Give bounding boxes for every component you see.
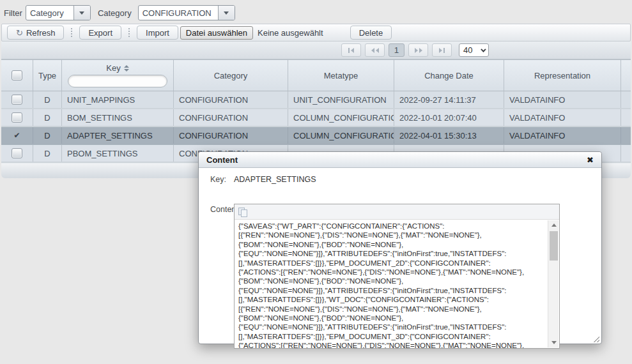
cell-change-date: 2022-10-01 20:07:40 <box>394 109 504 126</box>
refresh-icon: ↻ <box>16 29 23 37</box>
cell-type: D <box>33 109 62 126</box>
next-page-button[interactable] <box>408 43 428 57</box>
app-root: Filter Category Category CONFIGURATION ↻… <box>0 0 632 364</box>
row-select-cell <box>1 145 33 162</box>
vertical-scrollbar[interactable] <box>548 220 559 347</box>
page-size-value: 40 <box>463 45 472 55</box>
prev-page-button[interactable] <box>365 43 385 57</box>
table-row[interactable]: ✔ D ADAPTER_SETTINGS CONFIGURATION COLUM… <box>1 127 631 145</box>
key-label: Key: <box>210 175 226 184</box>
column-header-filler <box>621 60 631 91</box>
cell-metatype: COLUMN_CONFIGURATION <box>288 127 394 144</box>
column-header-type[interactable]: Type <box>33 60 62 91</box>
chevron-down-icon <box>481 47 486 52</box>
cell-key: BOM_SETTINGS <box>62 109 174 126</box>
content-textarea[interactable]: {"SAVEAS":{"WT_PART":{"CONFIGCONTAINER":… <box>235 220 559 348</box>
row-checked-icon: ✔ <box>13 131 20 140</box>
page-size-select[interactable]: 40 <box>459 43 489 57</box>
row-checkbox[interactable] <box>12 95 22 105</box>
filter-type-select[interactable]: Category <box>26 5 91 20</box>
refresh-button-label: Refresh <box>26 28 56 38</box>
filter-type-value: Category <box>26 6 73 20</box>
toolbar: ↻ Refresh Export Import Datei auswählen … <box>1 24 631 42</box>
resize-handle-icon[interactable] <box>592 335 599 342</box>
row-checkbox[interactable] <box>12 148 22 158</box>
chevron-down-icon[interactable] <box>73 6 90 20</box>
filter-bar: Filter Category Category CONFIGURATION <box>0 4 632 22</box>
category-filter-value: CONFIGURATION <box>139 6 218 20</box>
refresh-button[interactable]: ↻ Refresh <box>7 26 64 40</box>
close-icon[interactable]: ✖ <box>587 156 594 164</box>
cell-category: CONFIGURATION <box>174 91 288 108</box>
export-button[interactable]: Export <box>79 26 121 40</box>
cell-type: D <box>33 145 62 162</box>
dialog-body: Key: ADAPTER_SETTINGS Content: {"SAVEAS"… <box>199 168 601 344</box>
scroll-up-icon[interactable] <box>548 220 559 230</box>
category-label: Category <box>98 8 132 18</box>
file-status-text: Keine ausgewählt <box>258 28 323 38</box>
import-button[interactable]: Import <box>137 26 178 40</box>
cell-filler <box>621 91 631 108</box>
row-select-cell <box>1 91 33 108</box>
cell-filler <box>621 145 631 162</box>
table-row[interactable]: D BOM_SETTINGS CONFIGURATION COLUMN_CONF… <box>1 109 631 127</box>
cell-filler <box>621 109 631 126</box>
content-json-text: {"SAVEAS":{"WT_PART":{"CONFIGCONTAINER":… <box>235 220 559 348</box>
grid-header: Type Key Category Metatype Change Date R… <box>1 59 631 91</box>
cell-representation: VALDATAINFO <box>504 91 621 108</box>
cell-metatype: UNIT_CONFIGURATION <box>288 91 394 108</box>
scroll-down-icon[interactable] <box>548 338 559 347</box>
column-header-metatype[interactable]: Metatype <box>288 60 394 91</box>
column-header-change-date[interactable]: Change Date <box>394 60 504 91</box>
category-filter-select[interactable]: CONFIGURATION <box>138 5 235 20</box>
cell-type: D <box>33 91 62 108</box>
content-editor-panel: {"SAVEAS":{"WT_PART":{"CONFIGCONTAINER":… <box>234 204 560 349</box>
file-choose-button[interactable]: Datei auswählen <box>180 26 253 40</box>
cell-key: UNIT_MAPPINGS <box>62 91 174 108</box>
cell-key: ADAPTER_SETTINGS <box>62 127 174 144</box>
table-row[interactable]: D UNIT_MAPPINGS CONFIGURATION UNIT_CONFI… <box>1 91 631 109</box>
key-value: ADAPTER_SETTINGS <box>234 175 316 184</box>
select-all-checkbox[interactable] <box>12 70 22 80</box>
cell-change-date: 2022-04-01 15:30:13 <box>394 127 504 144</box>
filter-label: Filter <box>4 8 22 18</box>
cell-representation: VALDATAINFO <box>504 109 621 126</box>
editor-toolbar <box>235 204 559 220</box>
cell-filler <box>621 127 631 144</box>
chevron-down-icon[interactable] <box>218 6 235 20</box>
dialog-header[interactable]: Content ✖ <box>199 152 601 168</box>
sort-icon[interactable] <box>124 65 129 72</box>
dialog-title: Content <box>206 155 238 165</box>
column-header-representation[interactable]: Representation <box>504 60 621 91</box>
toolbar-separator <box>128 28 130 37</box>
toolbar-separator <box>71 28 72 37</box>
column-header-category[interactable]: Category <box>174 60 288 91</box>
first-page-button[interactable] <box>341 43 361 57</box>
delete-button[interactable]: Delete <box>350 26 392 40</box>
current-page-button[interactable]: 1 <box>389 43 405 57</box>
cell-representation: VALDATAINFO <box>504 127 621 144</box>
column-header-key-label: Key <box>106 63 120 73</box>
copy-icon[interactable] <box>238 208 247 216</box>
cell-category: CONFIGURATION <box>174 127 288 144</box>
column-header-key[interactable]: Key <box>62 60 174 91</box>
row-select-cell: ✔ <box>1 127 33 144</box>
last-page-button[interactable] <box>432 43 452 57</box>
cell-metatype: COLUMN_CONFIGURATION <box>288 109 394 126</box>
content-dialog: Content ✖ Key: ADAPTER_SETTINGS Content:… <box>198 151 602 344</box>
row-checkbox[interactable] <box>12 112 22 123</box>
cell-category: CONFIGURATION <box>174 109 288 126</box>
cell-key: PBOM_SETTINGS <box>62 145 174 162</box>
select-all-header-cell <box>1 60 33 91</box>
row-select-cell <box>1 109 33 126</box>
scrollbar-thumb[interactable] <box>550 231 558 261</box>
key-filter-input[interactable] <box>68 75 167 87</box>
cell-change-date: 2022-09-27 14:11:37 <box>394 91 504 108</box>
pagination-bar: 1 40 <box>1 42 631 59</box>
cell-type: D <box>33 127 62 144</box>
